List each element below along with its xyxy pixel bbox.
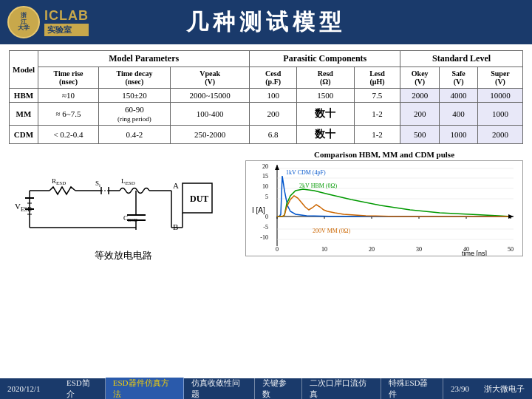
circuit-title: 等效放电电路 — [9, 249, 238, 262]
footer-page: 23/90 — [443, 384, 477, 393]
mm-time-decay: 60-90(ring period) — [98, 103, 170, 126]
cdm-lesd: 1-2 — [354, 126, 400, 144]
svg-text:0: 0 — [276, 246, 279, 253]
svg-text:-5: -5 — [263, 224, 268, 231]
nav-item-1[interactable]: ESD器件仿真方法 — [106, 378, 184, 399]
footer-nav[interactable]: ESD简介 ESD器件仿真方法 仿真收敛性问题 关键参数 二次口岸口流仿真 特殊… — [59, 378, 443, 399]
mm-cesd: 200 — [250, 103, 296, 126]
svg-text:RESD: RESD — [52, 177, 66, 186]
resd-header: Resd(Ω) — [296, 67, 354, 89]
lab-label: ICLAB 实验室 — [44, 8, 89, 36]
table-row-hbm: HBM ≈10 150±20 2000~15000 100 1500 7.5 2… — [10, 89, 523, 103]
hbm-cesd: 100 — [250, 89, 296, 103]
mm-lesd: 1-2 — [354, 103, 400, 126]
graph-section: Comparison HBM, MM and CDM pulse I [A] t… — [245, 150, 523, 265]
university-logo: 浙江大学 — [7, 6, 40, 38]
graph-title: Comparison HBM, MM and CDM pulse — [245, 150, 523, 159]
okey-header: Okey(V) — [400, 67, 440, 89]
svg-text:40: 40 — [463, 246, 469, 253]
hbm-safe: 4000 — [440, 89, 478, 103]
parasitic-header: Parasitic Components — [250, 51, 400, 67]
svg-text:20: 20 — [369, 246, 375, 253]
svg-text:LESD: LESD — [121, 177, 135, 186]
hbm-resd: 1500 — [296, 89, 354, 103]
table-row-mm: MM ≈ 6~7.5 60-90(ring period) 100-400 20… — [10, 103, 523, 126]
nav-item-3[interactable]: 关键参数 — [255, 378, 302, 399]
hbm-model: HBM — [10, 89, 38, 103]
nav-item-4[interactable]: 二次口岸口流仿真 — [302, 378, 381, 399]
page-title: 几种测试模型 — [186, 7, 346, 38]
cdm-model: CDM — [10, 126, 38, 144]
nav-item-0[interactable]: ESD简介 — [59, 378, 106, 399]
cesd-header: Cesd(p.F) — [250, 67, 296, 89]
mm-okey: 200 — [400, 103, 440, 126]
mm-resd: 数十 — [296, 103, 354, 126]
mm-super: 1000 — [477, 103, 522, 126]
cdm-resd: 数十 — [296, 126, 354, 144]
cdm-vpeak: 250-2000 — [170, 126, 250, 144]
svg-text:30: 30 — [416, 246, 422, 253]
iclab-text: ICLAB — [44, 8, 89, 24]
mm-vpeak: 100-400 — [170, 103, 250, 126]
time-decay-header: Time decay(nsec) — [98, 67, 170, 89]
svg-text:Si: Si — [95, 180, 100, 188]
model-params-header: Model Parameters — [38, 51, 249, 67]
hbm-lesd: 7.5 — [354, 89, 400, 103]
hbm-okey: 2000 — [400, 89, 440, 103]
footer: 2020/12/1 ESD简介 ESD器件仿真方法 仿真收敛性问题 关键参数 二… — [0, 378, 532, 399]
hbm-time-decay: 150±20 — [98, 89, 170, 103]
circuit-section: VESD RESD Si — [9, 150, 238, 265]
hbm-time-rise: ≈10 — [38, 89, 98, 103]
svg-text:20: 20 — [262, 163, 268, 170]
cdm-super: 2000 — [477, 126, 522, 144]
svg-text:10: 10 — [321, 246, 327, 253]
svg-text:DUT: DUT — [190, 194, 208, 204]
hbm-vpeak: 2000~15000 — [170, 89, 250, 103]
standard-level-header: Standard Level — [400, 51, 523, 67]
footer-brand: 浙大微电子 — [477, 383, 532, 395]
mm-safe: 400 — [440, 103, 478, 126]
safe-header: Safe(V) — [440, 67, 478, 89]
nav-item-2[interactable]: 仿真收敛性问题 — [184, 378, 255, 399]
svg-text:A: A — [173, 181, 179, 190]
model-col-header: Model — [10, 51, 38, 89]
vpeak-header: Vpeak(V) — [170, 67, 250, 89]
logo-area: 浙江大学 ICLAB 实验室 — [7, 6, 89, 38]
svg-text:50: 50 — [508, 246, 514, 253]
svg-text:I [A]: I [A] — [252, 206, 265, 214]
svg-text:15: 15 — [262, 173, 268, 180]
svg-text:B: B — [173, 222, 178, 231]
table-row-cdm: CDM < 0.2-0.4 0.4-2 250-2000 6.8 数十 1-2 … — [10, 126, 523, 144]
lesd-header: Lesd(μH) — [354, 67, 400, 89]
mm-model: MM — [10, 103, 38, 126]
lab-cn-text: 实验室 — [44, 24, 89, 36]
graph-area: I [A] time [ns] 20 15 10 5 0 -5 -10 — [245, 160, 523, 256]
nav-item-5[interactable]: 特殊ESD器件 — [381, 378, 443, 399]
header: 浙江大学 ICLAB 实验室 几种测试模型 — [0, 0, 532, 44]
mm-time-rise: ≈ 6~7.5 — [38, 103, 98, 126]
cdm-safe: 1000 — [440, 126, 478, 144]
graph-svg: I [A] time [ns] 20 15 10 5 0 -5 -10 — [246, 161, 522, 256]
cdm-okey: 500 — [400, 126, 440, 144]
footer-date: 2020/12/1 — [0, 384, 59, 393]
hbm-super: 10000 — [477, 89, 522, 103]
bottom-section: VESD RESD Si — [9, 150, 523, 265]
cdm-time-decay: 0.4-2 — [98, 126, 170, 144]
svg-text:10: 10 — [262, 183, 268, 190]
time-rise-header: Time rise(nsec) — [38, 67, 98, 89]
svg-text:2kV HBM (0Ω): 2kV HBM (0Ω) — [299, 183, 337, 189]
svg-text:0: 0 — [265, 214, 268, 220]
svg-text:-10: -10 — [260, 234, 268, 241]
svg-text:5: 5 — [265, 194, 268, 200]
cdm-time-rise: < 0.2-0.4 — [38, 126, 98, 144]
svg-text:1kV CDM (4pF): 1kV CDM (4pF) — [286, 169, 326, 176]
main-content: Model Model Parameters Parasitic Compone… — [0, 44, 532, 271]
svg-text:200V MM (0Ω): 200V MM (0Ω) — [313, 228, 350, 234]
cdm-cesd: 6.8 — [250, 126, 296, 144]
model-table: Model Model Parameters Parasitic Compone… — [9, 50, 523, 144]
svg-marker-64 — [275, 165, 279, 170]
circuit-svg: VESD RESD Si — [9, 150, 231, 246]
circuit-diagram: VESD RESD Si — [9, 150, 238, 249]
super-header: Super(V) — [477, 67, 522, 89]
